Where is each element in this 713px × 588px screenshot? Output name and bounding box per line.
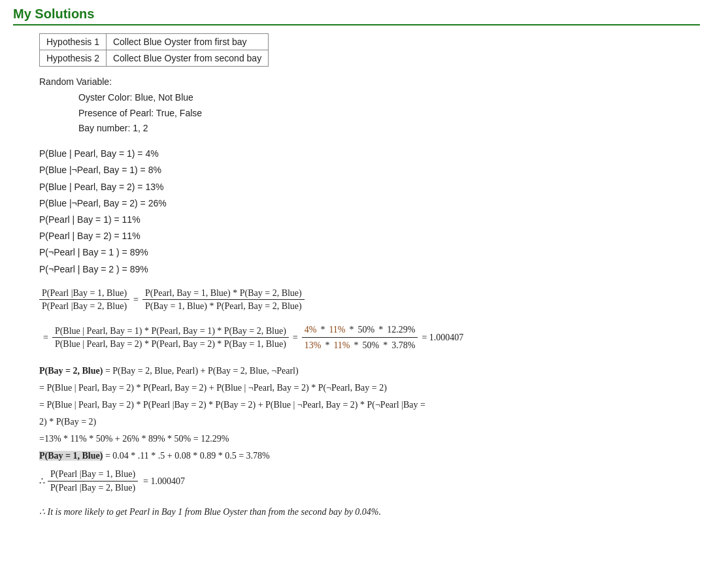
- prob-line-4: P(Blue |¬Pearl, Bay = 2) = 26%: [39, 195, 700, 212]
- rv-item-3: Bay number: 1, 2: [78, 121, 700, 137]
- therefore-section: ∴ P(Pearl |Bay = 1, Blue) P(Pearl |Bay =…: [39, 468, 700, 494]
- expansion-rhs-11pct: 11%: [329, 323, 345, 336]
- therefore-formula-line: ∴ P(Pearl |Bay = 1, Blue) P(Pearl |Bay =…: [39, 468, 700, 494]
- calc-line-1: P(Bay = 2, Blue) = P(Bay = 2, Blue, Pear…: [39, 363, 700, 380]
- expansion-fraction-rhs: 4% * 11% * 50% * 12.29% 13% * 11% * 50% …: [302, 322, 418, 353]
- expansion-lhs-num: P(Blue | Pearl, Bay = 1) * P(Pearl, Bay …: [52, 325, 289, 338]
- expansion-formula-line: = P(Blue | Pearl, Bay = 1) * P(Pearl, Ba…: [39, 322, 700, 353]
- prob-line-7: P(¬Pearl | Bay = 1 ) = 89%: [39, 244, 700, 261]
- calc-line-4: 2) * P(Bay = 2): [39, 414, 700, 431]
- main-formula-section: P(Pearl |Bay = 1, Blue) P(Pearl |Bay = 2…: [39, 287, 700, 313]
- expansion-rhs-50pct: 50%: [358, 323, 375, 336]
- random-variable-header: Random Variable:: [39, 76, 112, 87]
- main-frac-den: P(Pearl |Bay = 2, Blue): [39, 300, 129, 313]
- main-formula-line: P(Pearl |Bay = 1, Blue) P(Pearl |Bay = 2…: [39, 287, 700, 313]
- main-fraction-rhs: P(Pearl, Bay = 1, Blue) * P(Bay = 2, Blu…: [142, 287, 305, 313]
- therefore-frac-den: P(Pearl |Bay = 2, Blue): [48, 482, 138, 495]
- hyp1-label: Hypothesis 1: [40, 34, 107, 50]
- random-variable-section: Random Variable: Oyster Color: Blue, Not…: [39, 74, 700, 137]
- conclusion-text: ∴ It is more likely to get Pearl in Bay …: [39, 504, 700, 521]
- prob-line-1: P(Blue | Pearl, Bay = 1) = 4%: [39, 146, 700, 162]
- table-row: Hypothesis 1 Collect Blue Oyster from fi…: [40, 34, 269, 50]
- computation-section: P(Bay = 2, Blue) = P(Bay = 2, Blue, Pear…: [39, 363, 700, 464]
- hypothesis-table: Hypothesis 1 Collect Blue Oyster from fi…: [39, 33, 269, 67]
- rv-item-2: Presence of Pearl: True, False: [78, 106, 700, 122]
- prob-line-8: P(¬Pearl | Bay = 2 ) = 89%: [39, 261, 700, 278]
- conclusion-section: ∴ It is more likely to get Pearl in Bay …: [39, 504, 700, 521]
- calc-line-2: = P(Blue | Pearl, Bay = 2) * P(Pearl, Ba…: [39, 380, 700, 397]
- prob-line-3: P(Blue | Pearl, Bay = 2) = 13%: [39, 179, 700, 195]
- expansion-result: = 1.000407: [422, 329, 463, 347]
- expansion-formula-section: = P(Blue | Pearl, Bay = 1) * P(Pearl, Ba…: [39, 322, 700, 353]
- therefore-result: = 1.000407: [143, 472, 185, 491]
- expansion-den-11pct: 11%: [333, 339, 350, 352]
- therefore-fraction: P(Pearl |Bay = 1, Blue) P(Pearl |Bay = 2…: [48, 468, 138, 494]
- calc-line-5: =13% * 11% * 50% + 26% * 89% * 50% = 12.…: [39, 431, 700, 448]
- expansion-fraction-lhs: P(Blue | Pearl, Bay = 1) * P(Pearl, Bay …: [52, 325, 289, 351]
- prob-line-2: P(Blue |¬Pearl, Bay = 1) = 8%: [39, 162, 700, 178]
- expansion-lhs-den: P(Blue | Pearl, Bay = 2) * P(Pearl, Bay …: [52, 338, 289, 351]
- therefore-frac-num: P(Pearl |Bay = 1, Blue): [48, 468, 138, 482]
- main-frac-rhs-num: P(Pearl, Bay = 1, Blue) * P(Bay = 2, Blu…: [142, 287, 305, 301]
- table-row: Hypothesis 2 Collect Blue Oyster from se…: [40, 50, 269, 67]
- main-fraction-lhs: P(Pearl |Bay = 1, Blue) P(Pearl |Bay = 2…: [39, 287, 129, 313]
- expansion-rhs-1229pct: 12.29%: [387, 323, 415, 336]
- expansion-den-378pct: 3.78%: [391, 339, 415, 352]
- prob-line-6: P(Pearl | Bay = 2) = 11%: [39, 228, 700, 244]
- hyp2-label: Hypothesis 2: [40, 50, 107, 67]
- main-frac-num: P(Pearl |Bay = 1, Blue): [39, 287, 129, 301]
- expansion-den-13pct: 13%: [305, 339, 322, 352]
- prob-line-5: P(Pearl | Bay = 1) = 11%: [39, 212, 700, 228]
- calc-line-3: = P(Blue | Pearl, Bay = 2) * P(Pearl |Ba…: [39, 397, 700, 414]
- hyp1-desc: Collect Blue Oyster from first bay: [106, 34, 268, 50]
- bay1-blue-line: P(Bay = 1, Blue) = 0.04 * .11 * .5 + 0.0…: [39, 448, 700, 465]
- probability-block: P(Blue | Pearl, Bay = 1) = 4% P(Blue |¬P…: [39, 146, 700, 278]
- expansion-den-50pct: 50%: [363, 339, 380, 352]
- rv-item-1: Oyster Color: Blue, Not Blue: [78, 90, 700, 106]
- random-variable-list: Oyster Color: Blue, Not Blue Presence of…: [78, 90, 700, 137]
- main-frac-rhs-den: P(Bay = 1, Blue) * P(Pearl, Bay = 2, Blu…: [142, 300, 305, 313]
- expansion-rhs-4pct: 4%: [305, 323, 317, 336]
- page-title: My Solutions: [13, 7, 700, 25]
- hyp2-desc: Collect Blue Oyster from second bay: [106, 50, 268, 67]
